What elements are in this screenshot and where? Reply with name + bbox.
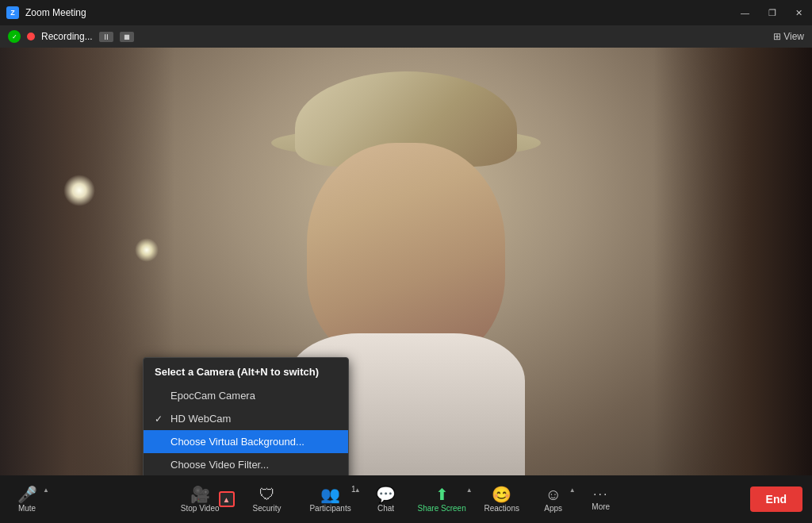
participants-label: Participants [309,504,350,513]
toolbar-left: 🎤 Mute ▲ [3,483,51,516]
reactions-label: Reactions [484,504,519,513]
recording-stop-button[interactable]: ⏹ [120,32,134,42]
minimize-button[interactable]: — [737,6,753,19]
room-light-center [135,238,159,262]
check-icon [155,390,166,402]
title-bar-controls: — ❐ ✕ [737,6,806,20]
check-icon: ✓ [155,413,166,425]
mute-label: Mute [18,504,36,513]
camera-option-virtual-bg[interactable]: Choose Virtual Background... [144,430,348,453]
more-button[interactable]: ··· More [577,485,625,514]
share-screen-chevron-icon[interactable]: ▲ [466,486,473,494]
mute-icon: 🎤 [17,486,37,502]
camera-menu-title: Select a Camera (Alt+N to switch) [144,361,348,384]
maximize-button[interactable]: ❐ [765,6,779,20]
stop-video-label: Stop Video [181,504,220,513]
security-label: Security [253,504,282,513]
video-icon: 🎥 [190,486,210,502]
recording-dot-icon [27,33,35,40]
video-arrow-button[interactable]: ▲ [219,491,235,507]
security-shield-icon: ✓ [8,30,21,43]
zoom-logo: Z [6,6,19,19]
reactions-button[interactable]: 😊 Reactions [474,483,530,516]
apps-chevron-icon[interactable]: ▲ [569,486,576,494]
video-area: Select a Camera (Alt+N to switch) EpocCa… [0,48,812,523]
participants-icon: 👥 [320,486,340,502]
view-button[interactable]: ⊞ View [773,31,804,42]
apps-button[interactable]: ☺ Apps ▲ [530,483,577,516]
share-screen-button[interactable]: ⬆ Share Screen ▲ [410,483,474,516]
face [307,143,505,365]
recording-pause-button[interactable]: ⏸ [99,32,113,42]
recording-status: Recording... [41,31,93,42]
camera-option-video-filter[interactable]: Choose Video Filter... [144,453,348,476]
security-icon: 🛡 [259,486,275,502]
mute-chevron-icon[interactable]: ▲ [43,486,49,494]
stop-video-button[interactable]: 🎥 Stop Video [176,483,224,516]
title-bar: Z Zoom Meeting — ❐ ✕ [0,0,812,25]
close-button[interactable]: ✕ [792,6,806,20]
video-chevron-icon: ▲ [223,495,231,504]
more-icon: ··· [593,488,608,501]
reactions-icon: 😊 [492,486,511,502]
title-bar-left: Z Zoom Meeting [6,6,86,19]
room-right-panel [653,48,812,523]
chat-icon: 💬 [376,486,396,502]
toolbar-center: 🎥 Stop Video ▲ 🛡 Security 👥 Participants… [51,483,750,516]
app-title: Zoom Meeting [25,7,86,18]
toolbar-right: End [750,486,809,512]
chat-button[interactable]: 💬 Chat [362,483,410,516]
camera-option-hd-webcam[interactable]: ✓ HD WebCam [144,407,348,430]
check-icon [155,460,166,471]
share-screen-icon: ⬆ [435,486,449,502]
video-chevron-wrapper[interactable]: ▲ [218,490,236,508]
chat-label: Chat [377,504,394,513]
toolbar: 🎤 Mute ▲ 🎥 Stop Video ▲ 🛡 Secur [0,475,812,523]
end-button[interactable]: End [750,486,802,512]
check-icon [155,436,166,448]
room-light-left [63,175,95,206]
share-screen-label: Share Screen [418,504,466,513]
apps-label: Apps [544,504,562,513]
participants-button[interactable]: 👥 Participants 1 ▲ [299,483,362,516]
security-button[interactable]: 🛡 Security [236,483,299,516]
more-label: More [592,502,610,511]
recording-bar: ✓ Recording... ⏸ ⏹ ⊞ View [0,25,812,48]
camera-option-epoccam[interactable]: EpocCam Camera [144,384,348,407]
participants-chevron-icon[interactable]: ▲ [354,486,361,494]
mute-button[interactable]: 🎤 Mute ▲ [3,483,51,516]
apps-icon: ☺ [546,486,561,502]
